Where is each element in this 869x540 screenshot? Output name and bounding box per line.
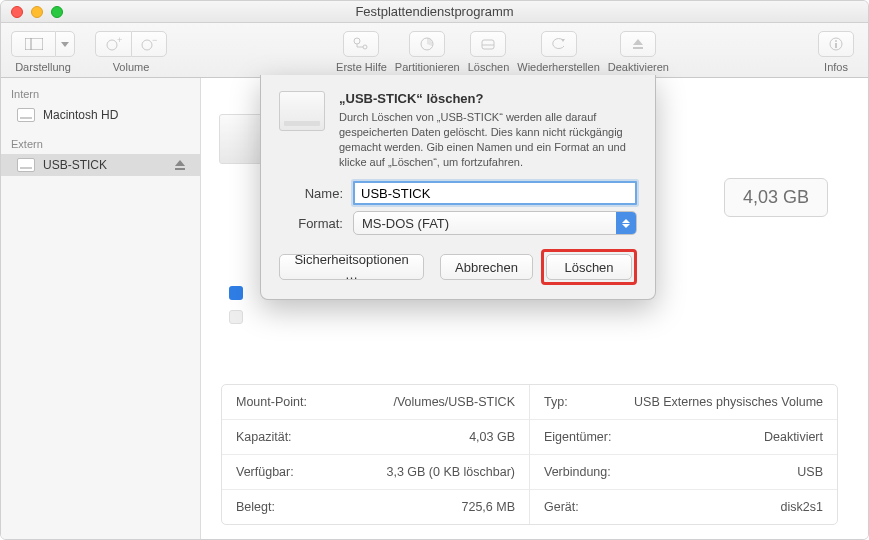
info-row: Eigentümer:Deaktiviert	[530, 420, 837, 455]
info-row: Typ:USB Externes physisches Volume	[530, 385, 837, 420]
sheet-description: Durch Löschen von „USB-STICK“ werden all…	[339, 110, 637, 169]
volume-label: Volume	[113, 61, 150, 73]
svg-rect-3	[107, 40, 117, 50]
format-select[interactable]: MS-DOS (FAT)	[353, 211, 637, 235]
svg-rect-17	[835, 43, 837, 48]
sidebar-item-external-disk[interactable]: USB-STICK	[1, 154, 200, 176]
sidebar-item-label: Macintosh HD	[43, 108, 118, 122]
view-dropdown[interactable]	[55, 31, 75, 57]
titlebar: Festplattendienstprogramm	[1, 1, 868, 23]
info-button[interactable]	[818, 31, 854, 57]
erase-sheet: „USB-STICK“ löschen? Durch Löschen von „…	[260, 75, 656, 300]
sidebar-icon	[25, 38, 43, 50]
chevron-down-icon	[61, 42, 69, 47]
info-col-left: Mount-Point:/Volumes/USB-STICK Kapazität…	[222, 385, 530, 524]
volume-remove-button[interactable]: −	[131, 31, 167, 57]
svg-text:+: +	[117, 37, 122, 45]
first-aid-button[interactable]	[343, 31, 379, 57]
info-row: Belegt:725,6 MB	[222, 490, 529, 524]
svg-point-16	[835, 40, 837, 42]
pie-icon	[419, 36, 435, 52]
drive-icon	[279, 91, 325, 131]
svg-rect-14	[633, 47, 643, 49]
window-title: Festplattendienstprogramm	[1, 4, 868, 19]
info-row: Verbindung:USB	[530, 455, 837, 490]
stethoscope-icon	[352, 37, 370, 51]
name-input[interactable]	[353, 181, 637, 205]
volume-add-button[interactable]: +	[95, 31, 131, 57]
sidebar-item-internal-disk[interactable]: Macintosh HD	[1, 104, 200, 126]
erase-confirm-button[interactable]: Löschen	[546, 254, 632, 280]
svg-rect-0	[25, 38, 43, 50]
view-toggle[interactable]	[11, 31, 55, 57]
info-panel: Mount-Point:/Volumes/USB-STICK Kapazität…	[221, 384, 838, 525]
svg-marker-13	[633, 39, 643, 45]
capacity-badge: 4,03 GB	[724, 178, 828, 217]
cancel-button[interactable]: Abbrechen	[440, 254, 533, 280]
svg-point-7	[354, 38, 360, 44]
info-row: Verfügbar:3,3 GB (0 KB löschbar)	[222, 455, 529, 490]
svg-rect-5	[142, 40, 152, 50]
format-selected: MS-DOS (FAT)	[362, 216, 449, 231]
svg-text:−: −	[152, 37, 157, 45]
deactivate-button[interactable]	[620, 31, 656, 57]
svg-marker-12	[561, 39, 565, 42]
sidebar-header-internal: Intern	[1, 84, 200, 104]
svg-marker-2	[61, 42, 69, 47]
eject-icon	[631, 37, 645, 51]
sheet-title: „USB-STICK“ löschen?	[339, 91, 637, 106]
disk-icon	[17, 158, 35, 172]
erase-icon	[480, 37, 496, 51]
info-row: Kapazität:4,03 GB	[222, 420, 529, 455]
info-row: Gerät:disk2s1	[530, 490, 837, 524]
info-icon	[828, 36, 844, 52]
restore-button[interactable]	[541, 31, 577, 57]
usage-legend-blue	[229, 286, 243, 300]
partition-button[interactable]	[409, 31, 445, 57]
volume-plus-icon: +	[106, 37, 122, 51]
usage-legend-gray	[229, 310, 243, 324]
chevrons-icon	[616, 212, 636, 234]
format-label: Format:	[279, 216, 343, 231]
toolbar: Darstellung + − Volume Erste Hilfe	[1, 23, 868, 78]
info-col-right: Typ:USB Externes physisches Volume Eigen…	[530, 385, 837, 524]
sidebar-item-label: USB-STICK	[43, 158, 107, 172]
svg-point-8	[363, 45, 367, 49]
view-label: Darstellung	[15, 61, 71, 73]
svg-rect-19	[175, 168, 185, 170]
name-label: Name:	[279, 186, 343, 201]
eject-icon[interactable]	[174, 159, 186, 171]
disk-utility-window: Festplattendienstprogramm Darstellung + …	[0, 0, 869, 540]
sidebar: Intern Macintosh HD Extern USB-STICK	[1, 78, 201, 539]
sidebar-header-external: Extern	[1, 134, 200, 154]
security-options-button[interactable]: Sicherheitsoptionen …	[279, 254, 424, 280]
svg-marker-18	[175, 160, 185, 166]
restore-icon	[551, 37, 567, 51]
erase-button-highlight: Löschen	[541, 249, 637, 285]
erase-button[interactable]	[470, 31, 506, 57]
volume-minus-icon: −	[141, 37, 157, 51]
disk-icon	[17, 108, 35, 122]
info-row: Mount-Point:/Volumes/USB-STICK	[222, 385, 529, 420]
